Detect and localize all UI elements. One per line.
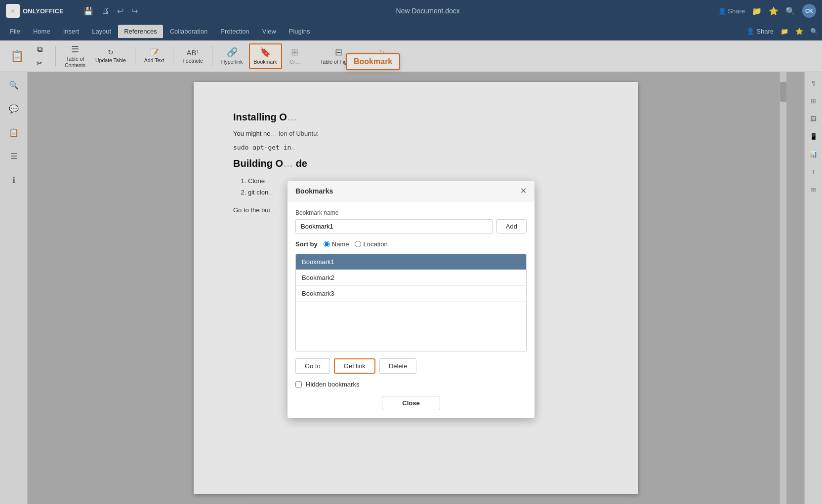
- close-row: Close: [295, 396, 527, 410]
- dialog-close-button[interactable]: ✕: [520, 187, 527, 195]
- sort-label: Sort by: [295, 240, 318, 248]
- bookmark-list: Bookmark1 Bookmark2 Bookmark3: [295, 254, 527, 351]
- add-button[interactable]: Add: [496, 219, 527, 233]
- sort-row: Sort by Name Location: [295, 240, 527, 248]
- close-button[interactable]: Close: [382, 396, 440, 410]
- bookmark-item-3[interactable]: Bookmark3: [296, 286, 526, 302]
- bookmark-name-label: Bookmark name: [295, 209, 527, 216]
- dialog-title: Bookmarks: [295, 187, 333, 195]
- hidden-bookmarks-checkbox[interactable]: [295, 381, 302, 388]
- hidden-bookmarks-row: Hidden bookmarks: [295, 381, 527, 388]
- bookmark-name-input[interactable]: [295, 219, 493, 233]
- hidden-bookmarks-label: Hidden bookmarks: [306, 381, 359, 388]
- goto-button[interactable]: Go to: [295, 358, 330, 374]
- dialog-body: Bookmark name Add Sort by Name Location: [288, 201, 534, 418]
- delete-button[interactable]: Delete: [379, 358, 417, 374]
- sort-location-radio[interactable]: [355, 241, 361, 247]
- sort-name-label: Name: [332, 240, 349, 248]
- dialog-header: Bookmarks ✕: [288, 181, 534, 201]
- bookmark-list-empty-space: [296, 302, 526, 351]
- bookmark-item-1[interactable]: Bookmark1: [296, 254, 526, 270]
- sort-name-option[interactable]: Name: [324, 240, 349, 248]
- sort-location-option[interactable]: Location: [355, 240, 387, 248]
- field-row: Add: [295, 219, 527, 233]
- bookmarks-dialog: Bookmarks ✕ Bookmark name Add Sort by Na…: [288, 181, 534, 418]
- sort-location-label: Location: [363, 240, 387, 248]
- get-link-button[interactable]: Get link: [334, 358, 375, 374]
- sort-name-radio[interactable]: [324, 241, 330, 247]
- dialog-overlay: Bookmarks ✕ Bookmark name Add Sort by Na…: [0, 0, 822, 504]
- action-row: Go to Get link Delete: [295, 358, 527, 374]
- bookmark-item-2[interactable]: Bookmark2: [296, 270, 526, 286]
